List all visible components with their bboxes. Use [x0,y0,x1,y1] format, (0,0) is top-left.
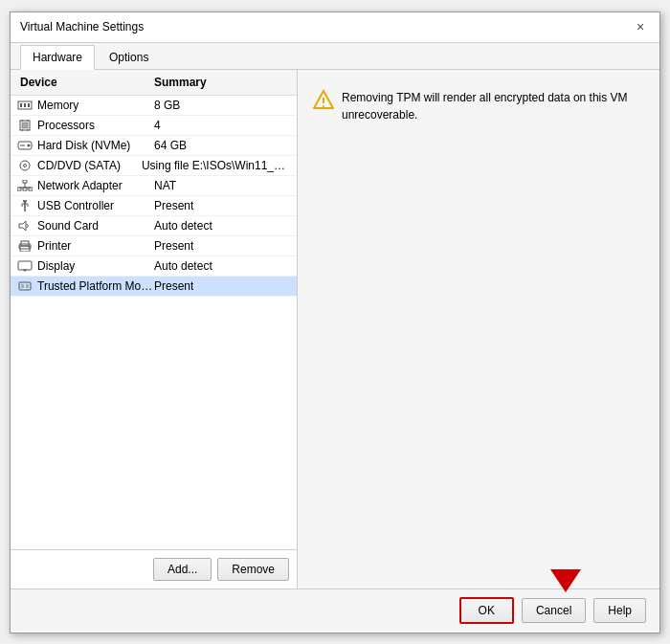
header-summary: Summary [154,76,207,89]
hard-disk-device: Hard Disk (NVMe) [37,139,154,152]
device-table: Device Summary Memory 8 GB Processors [11,70,297,549]
main-content: Device Summary Memory 8 GB Processors [11,70,659,588]
cd-dvd-summary: Using file E:\ISOs\Win11_Engli... [142,159,291,172]
tpm-icon [16,279,34,293]
help-button[interactable]: Help [593,598,646,623]
tab-bar: Hardware Options [11,43,659,70]
cd-dvd-device: CD/DVD (SATA) [37,159,142,172]
svg-point-30 [28,246,30,248]
left-buttons: Add... Remove [11,549,297,588]
processor-icon [16,119,34,132]
usb-summary: Present [154,199,193,212]
left-panel: Device Summary Memory 8 GB Processors [11,70,298,588]
tab-hardware[interactable]: Hardware [20,45,95,70]
usb-device: USB Controller [37,199,154,212]
sound-icon [16,219,34,233]
memory-summary: 8 GB [154,99,180,112]
svg-rect-15 [23,180,27,183]
table-row[interactable]: Network Adapter NAT [11,176,297,196]
svg-point-11 [28,144,31,146]
tab-options[interactable]: Options [97,45,161,69]
table-header: Device Summary [11,70,297,96]
table-row[interactable]: Printer Present [11,236,297,256]
header-device: Device [20,76,154,89]
printer-summary: Present [154,239,193,253]
svg-point-39 [323,105,324,107]
sound-summary: Auto detect [154,219,212,233]
cancel-button[interactable]: Cancel [522,598,586,623]
svg-rect-2 [24,103,26,107]
network-summary: NAT [154,179,176,192]
svg-rect-3 [28,103,30,107]
svg-rect-35 [21,284,24,288]
tpm-device: Trusted Platform Module [37,279,154,293]
svg-rect-31 [18,261,32,270]
close-button[interactable]: × [631,17,650,36]
network-icon [16,179,34,192]
svg-point-14 [24,164,27,167]
hard-disk-summary: 64 GB [154,139,187,152]
remove-button[interactable]: Remove [217,558,289,581]
table-row[interactable]: USB Controller Present [11,196,297,216]
memory-device: Memory [37,99,154,112]
table-row[interactable]: Sound Card Auto detect [11,216,297,236]
svg-rect-1 [20,103,22,107]
processors-device: Processors [37,119,154,132]
ok-button[interactable]: OK [459,597,514,624]
warning-box: Removing TPM will render all encrypted d… [313,85,644,127]
table-row[interactable]: Trusted Platform Module Present [11,277,297,297]
processors-summary: 4 [154,119,161,132]
svg-rect-5 [22,122,28,128]
display-device: Display [37,259,154,273]
memory-icon [16,99,34,112]
window-title: Virtual Machine Settings [20,20,144,33]
table-row[interactable]: Display Auto detect [11,256,297,277]
printer-device: Printer [37,239,154,253]
svg-point-13 [20,161,30,170]
table-row[interactable]: Hard Disk (NVMe) 64 GB [11,136,297,156]
title-bar: Virtual Machine Settings × [11,12,659,43]
right-panel: Removing TPM will render all encrypted d… [298,70,659,588]
table-row[interactable]: Memory 8 GB [11,96,297,116]
warning-icon [313,89,334,110]
network-device: Network Adapter [37,179,154,192]
table-row[interactable]: CD/DVD (SATA) Using file E:\ISOs\Win11_E… [11,156,297,176]
add-button[interactable]: Add... [153,558,212,581]
tpm-summary: Present [154,279,193,293]
svg-rect-36 [26,284,29,288]
cd-dvd-icon [16,159,34,172]
svg-marker-26 [19,221,26,231]
display-icon [16,259,34,273]
display-summary: Auto detect [154,259,212,273]
bottom-bar: OK Cancel Help [11,588,659,633]
main-window: Virtual Machine Settings × Hardware Opti… [10,11,660,633]
hard-disk-icon [16,139,34,152]
printer-icon [16,239,34,253]
table-row[interactable]: Processors 4 [11,116,297,136]
warning-text: Removing TPM will render all encrypted d… [342,89,644,123]
usb-icon [16,199,34,212]
sound-device: Sound Card [37,219,154,233]
svg-rect-34 [19,282,31,290]
